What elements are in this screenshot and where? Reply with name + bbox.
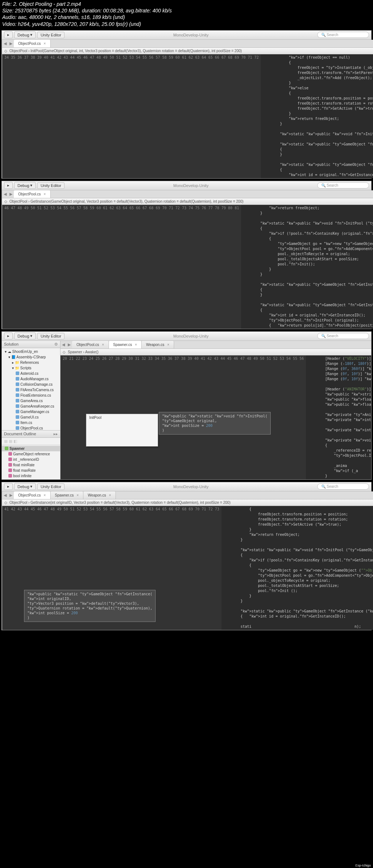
- config-dropdown[interactable]: Debug ▾: [14, 182, 36, 189]
- meta-size: Size: 25370875 bytes (24.20 MiB), durati…: [2, 7, 371, 14]
- run-button[interactable]: ▸: [4, 483, 13, 490]
- code-editor[interactable]: 20 21 22 23 24 25 26 27 28 29 30 31 32 3…: [60, 355, 371, 479]
- editor-tab[interactable]: Weapon.cs×: [142, 341, 174, 349]
- window-title: MonoDevelop-Unity: [66, 33, 316, 37]
- meta-file: File: 2. Object Pooling - part 2.mp4: [2, 1, 371, 7]
- scripts-folder[interactable]: ▾ 📁 Scripts: [2, 365, 60, 371]
- file-item[interactable]: GameManager.cs: [2, 409, 60, 414]
- target-dropdown[interactable]: Unity Editor: [37, 32, 64, 38]
- search-input[interactable]: 🔍 Search: [317, 182, 369, 188]
- config-dropdown[interactable]: Debug ▾: [14, 31, 36, 38]
- references-node[interactable]: ▸ 📁 References: [2, 360, 60, 365]
- run-button[interactable]: ▸: [4, 31, 13, 38]
- outline-member[interactable]: GameObject reference: [2, 451, 60, 457]
- tab-objectpool[interactable]: ObjectPool.cs×: [14, 190, 51, 198]
- code-editor[interactable]: 34 35 36 37 38 39 40 41 42 43 44 45 46 4…: [2, 54, 373, 178]
- code-editor[interactable]: 41 42 43 44 45 46 47 48 49 50 51 52 53 5…: [2, 506, 373, 630]
- outline-member[interactable]: float minRate: [2, 462, 60, 468]
- config-dropdown[interactable]: Debug ▾: [14, 332, 36, 339]
- code-editor[interactable]: 46 47 48 49 50 51 52 53 54 55 56 57 58 5…: [2, 205, 373, 329]
- breadcrumb[interactable]: ◇ ObjectPool › InitPool(GameObject origi…: [2, 48, 373, 54]
- file-item[interactable]: AudioManager.cs: [2, 376, 60, 382]
- editor-tab[interactable]: Spawner.cs×: [51, 491, 84, 499]
- window-title: MonoDevelop-Unity: [66, 183, 316, 188]
- editor-tab[interactable]: ObjectPool.cs×: [72, 341, 109, 349]
- toolbar: ▸ Debug ▾ Unity Editor MonoDevelop-Unity…: [2, 181, 371, 190]
- file-item[interactable]: CollisionDamage.cs: [2, 382, 60, 387]
- meta-audio: Audio: aac, 48000 Hz, 2 channels, s16, 1…: [2, 14, 371, 20]
- outline-member[interactable]: bool infinite: [2, 473, 60, 479]
- assembly-node[interactable]: ▾ 📘 Assembly-CSharp: [2, 354, 60, 360]
- target-dropdown[interactable]: Unity Editor: [37, 182, 64, 189]
- file-item[interactable]: Item.cs: [2, 420, 60, 425]
- meta-video: Video: h264, yuv420p, 1280x720, 207 kb/s…: [2, 21, 371, 27]
- screenshot-4: ▸ Debug ▾ Unity Editor MonoDevelop-Unity…: [1, 482, 372, 630]
- signature-tooltip: "kw">public "kw">static "kw">void "fn">I…: [159, 412, 271, 435]
- target-dropdown[interactable]: Unity Editor: [37, 333, 64, 339]
- search-input[interactable]: 🔍 Search: [317, 32, 369, 38]
- outline-class[interactable]: Spawner: [2, 446, 60, 451]
- screenshot-1: ▸ Debug ▾ Unity Editor MonoDevelop-Unity…: [1, 30, 372, 179]
- breadcrumb[interactable]: ◇ ObjectPool › GetInstance(int originalI…: [2, 499, 373, 506]
- outline-member[interactable]: float maxRate: [2, 468, 60, 473]
- file-item[interactable]: GameArea.cs: [2, 398, 60, 404]
- target-dropdown[interactable]: Unity Editor: [37, 483, 64, 490]
- file-item[interactable]: ObjectPool.cs: [2, 425, 60, 430]
- file-item[interactable]: FloatExtensions.cs: [2, 393, 60, 398]
- search-input[interactable]: 🔍 Search: [317, 483, 369, 490]
- editor-tab[interactable]: ObjectPool.cs×: [14, 491, 51, 499]
- media-metadata: File: 2. Object Pooling - part 2.mp4 Siz…: [0, 0, 373, 28]
- tab-objectpool[interactable]: ObjectPool.cs×: [14, 40, 51, 47]
- editor-tab[interactable]: Weapon.cs×: [83, 491, 116, 499]
- editor-tab[interactable]: Spawner.cs×: [109, 341, 142, 349]
- file-item[interactable]: GameAreaKeeper.cs: [2, 404, 60, 409]
- autocomplete-popup[interactable]: InitPool: [86, 414, 158, 447]
- editor-tabs: ◀▶ ObjectPool.cs×: [2, 40, 373, 48]
- file-item[interactable]: FitAreaToCamera.cs: [2, 387, 60, 393]
- search-input[interactable]: 🔍 Search: [317, 333, 369, 339]
- run-button[interactable]: ▸: [4, 182, 13, 189]
- config-dropdown[interactable]: Debug ▾: [14, 483, 36, 490]
- run-button[interactable]: ▸: [4, 332, 13, 339]
- screenshot-2: ▸ Debug ▾ Unity Editor MonoDevelop-Unity…: [1, 181, 372, 329]
- file-item[interactable]: GameUI.cs: [2, 414, 60, 420]
- outline-member[interactable]: int _referenceID: [2, 457, 60, 462]
- toolbar: ▸ Debug ▾ Unity Editor MonoDevelop-Unity…: [2, 31, 371, 40]
- signature-tooltip: "kw">public "kw">static "ty">GameObject …: [24, 590, 156, 622]
- screenshot-3: ▸ Debug ▾ Unity Editor MonoDevelop-Unity…: [1, 331, 372, 480]
- file-item[interactable]: Asteroid.cs: [2, 371, 60, 376]
- breadcrumb[interactable]: ◇ Spawner › Awake(): [60, 349, 371, 355]
- solution-node[interactable]: ▾ ☁ ShootEmUp_en: [2, 349, 60, 354]
- breadcrumb[interactable]: ◇ ObjectPool › GetInstance(GameObject or…: [2, 198, 373, 205]
